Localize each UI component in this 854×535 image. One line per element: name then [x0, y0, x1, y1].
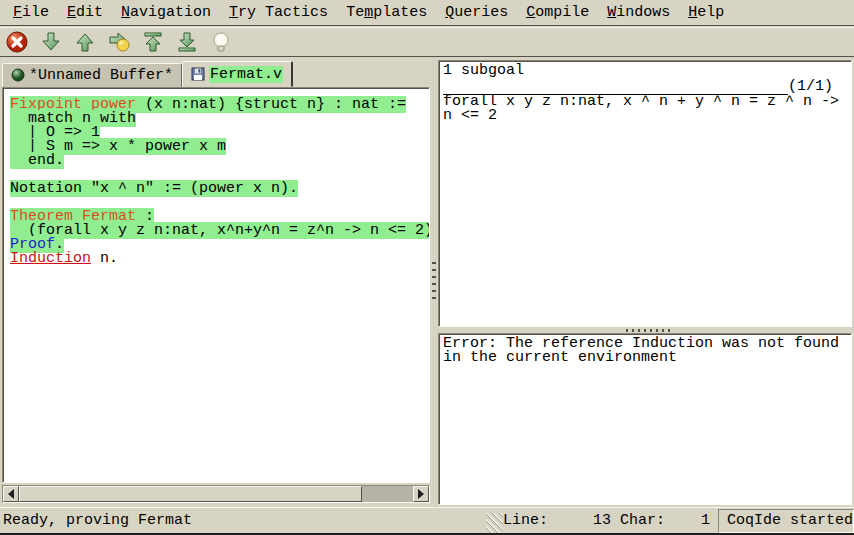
- save-icon: [191, 67, 205, 81]
- status-message: Ready, proving Fermat: [0, 512, 486, 529]
- scroll-left-button[interactable]: [3, 486, 19, 502]
- tab-label: Fermat.v: [209, 66, 283, 83]
- code-line: (forall x y z n:nat, x^n+y^n = z^n -> n …: [10, 224, 429, 238]
- goals-panel: 1 subgoal (1/1) forall x y z n:nat, x ^ …: [438, 60, 852, 327]
- vertical-pane-divider[interactable]: [431, 60, 437, 505]
- scroll-right-button[interactable]: [413, 486, 429, 502]
- line-number: 13: [548, 512, 611, 529]
- go-to-end-button[interactable]: [174, 29, 200, 55]
- messages-panel: Error: The reference Induction was not f…: [438, 333, 852, 505]
- menu-navigation[interactable]: Navigation: [112, 2, 220, 23]
- char-number: 1: [665, 512, 710, 529]
- down-arrow-bar-icon: [175, 30, 199, 54]
- goal-statement: forall x y z n:nat, x ^ n + y ^ n = z ^ …: [443, 95, 850, 123]
- tab-unnamed-buffer[interactable]: *Unnamed Buffer*: [2, 63, 182, 87]
- up-arrow-bar-icon: [141, 30, 165, 54]
- toolbar: [0, 27, 854, 57]
- stop-button[interactable]: [4, 29, 30, 55]
- code-line: Notation "x ^ n" := (power x n).: [10, 182, 429, 196]
- cursor-position: Line:13 Char:1: [503, 512, 710, 529]
- menu-compile[interactable]: Compile: [517, 2, 598, 23]
- script-editor[interactable]: Fixpoint power (x n:nat) {struct n} : na…: [2, 87, 430, 483]
- go-to-start-button[interactable]: [140, 29, 166, 55]
- line-label: Line:: [503, 512, 548, 529]
- menu-windows[interactable]: Windows: [598, 2, 679, 23]
- up-arrow-icon: [73, 30, 97, 54]
- horizontal-scrollbar[interactable]: [2, 485, 430, 503]
- resize-grip[interactable]: [486, 513, 503, 533]
- menu-queries[interactable]: Queries: [436, 2, 517, 23]
- left-arrow-icon: [3, 489, 14, 499]
- error-message: Error: The reference Induction was not f…: [443, 337, 850, 365]
- code-line: end.: [10, 154, 429, 168]
- buffer-tabs: *Unnamed Buffer* Fermat.v: [2, 60, 293, 87]
- menu-try-tactics[interactable]: Try Tactics: [220, 2, 337, 23]
- menu-bar: File Edit Navigation Try Tactics Templat…: [0, 0, 854, 26]
- buffer-status-icon: [11, 68, 25, 82]
- scrollbar-thumb[interactable]: [19, 486, 362, 502]
- lightbulb-icon: [209, 30, 233, 54]
- code-line: Induction n.: [10, 252, 429, 266]
- down-arrow-icon: [39, 30, 63, 54]
- tab-label: *Unnamed Buffer*: [29, 67, 173, 84]
- menu-templates[interactable]: Templates: [337, 2, 436, 23]
- code-line: | S m => x * power x m: [10, 140, 429, 154]
- scrollbar-track[interactable]: [362, 486, 413, 502]
- go-down-button[interactable]: [38, 29, 64, 55]
- arrow-to-cursor-icon: [107, 30, 131, 54]
- right-arrow-icon: [418, 489, 429, 499]
- subgoal-count: 1 subgoal: [443, 64, 849, 78]
- coqide-status: CoqIde started: [718, 509, 854, 533]
- go-up-button[interactable]: [72, 29, 98, 55]
- menu-help[interactable]: Help: [679, 2, 733, 23]
- divider-grip-dots: [626, 329, 670, 332]
- menu-edit[interactable]: Edit: [58, 2, 112, 23]
- menu-file[interactable]: File: [4, 2, 58, 23]
- divider-grip-dots: [432, 262, 436, 304]
- char-label: Char:: [611, 512, 665, 529]
- tab-fermat[interactable]: Fermat.v: [182, 61, 293, 87]
- status-bar: Ready, proving Fermat Line:13 Char:1 Coq…: [0, 507, 854, 533]
- coqide-window: File Edit Navigation Try Tactics Templat…: [0, 0, 854, 535]
- hint-button[interactable]: [208, 29, 234, 55]
- stop-icon: [5, 30, 29, 54]
- go-to-cursor-button[interactable]: [106, 29, 132, 55]
